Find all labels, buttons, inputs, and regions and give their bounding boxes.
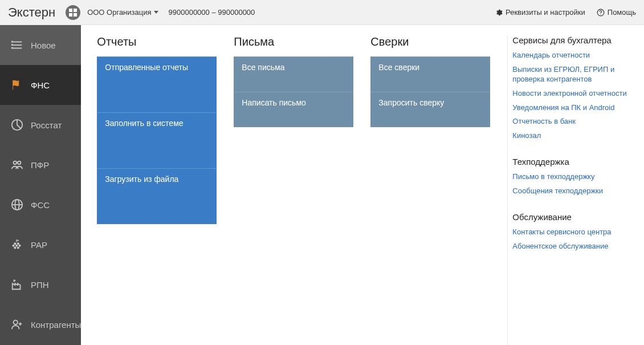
svg-rect-10 xyxy=(11,44,13,46)
svg-rect-2 xyxy=(69,13,72,17)
topbar: Экстерн ООО Организация 9900000000 – 990… xyxy=(0,0,644,25)
right-link[interactable]: Новости электронной отчетности xyxy=(512,89,634,99)
right-section-0: Сервисы для бухгалтераКалендарь отчетнос… xyxy=(512,35,634,141)
org-selector[interactable]: ООО Организация xyxy=(87,8,158,17)
sidebar-item-label: РАР xyxy=(31,240,47,250)
sidebar-item-3[interactable]: ПФР xyxy=(0,145,81,185)
factory-icon xyxy=(10,278,24,291)
sidebar-item-1[interactable]: ФНС xyxy=(0,65,81,105)
svg-point-24 xyxy=(14,320,18,324)
grid-icon xyxy=(69,9,77,17)
people-icon xyxy=(10,158,24,172)
svg-point-21 xyxy=(19,245,21,247)
tile-label: Загрузить из файла xyxy=(105,174,178,184)
help-icon xyxy=(597,9,605,17)
tile-label: Запросить сверку xyxy=(378,98,444,107)
tile-label: Все письма xyxy=(242,63,284,72)
settings-link[interactable]: Реквизиты и настройки xyxy=(495,8,585,17)
tile-label: Все сверки xyxy=(378,63,419,72)
right-link[interactable]: Кинозал xyxy=(512,131,634,141)
svg-rect-0 xyxy=(69,9,72,12)
svg-rect-9 xyxy=(11,41,13,43)
svg-point-12 xyxy=(14,161,17,165)
user-icon xyxy=(10,318,24,331)
sidebar-item-label: ПФР xyxy=(31,160,49,170)
sidebar-item-label: РПН xyxy=(31,280,49,290)
layout: НовоеФНСРосстатПФРФССРАРРПНКонтрагенты О… xyxy=(0,25,644,345)
right-section-2: ОбслуживаниеКонтакты сервисного центраАб… xyxy=(512,212,634,251)
caret-down-icon xyxy=(154,11,158,14)
svg-point-18 xyxy=(17,242,19,245)
svg-point-22 xyxy=(14,246,16,249)
right-link[interactable]: Абонентское обслуживание xyxy=(512,242,634,251)
flag-icon xyxy=(10,78,24,92)
tile[interactable]: Все письма xyxy=(234,56,353,92)
org-id: 9900000000 – 990000000 xyxy=(169,8,255,17)
tile-label: Отправленные отчеты xyxy=(105,63,188,72)
column-title: Письма xyxy=(234,35,353,48)
tile[interactable]: Загрузить из файла xyxy=(97,168,217,224)
sidebar-item-label: Новое xyxy=(31,40,56,50)
right-section-heading: Техподдержка xyxy=(512,157,634,167)
sidebar-item-label: ФСС xyxy=(31,200,50,210)
right-section-1: ТехподдержкаПисьмо в техподдержкуСообщен… xyxy=(512,157,634,196)
sidebar-item-label: Контрагенты xyxy=(31,320,81,330)
grape-icon xyxy=(10,238,24,251)
sidebar-item-7[interactable]: Контрагенты xyxy=(0,305,81,344)
tile-column-2: СверкиВсе сверкиЗапросить сверку xyxy=(370,35,490,345)
settings-label: Реквизиты и настройки xyxy=(506,8,585,17)
sidebar-item-label: ФНС xyxy=(31,80,50,90)
tiles-area: ОтчетыОтправленные отчетыЗаполнить в сис… xyxy=(97,35,490,345)
sidebar-item-4[interactable]: ФСС xyxy=(0,185,81,225)
right-link[interactable]: Отчетность в банк xyxy=(512,117,634,127)
help-link[interactable]: Помощь xyxy=(597,8,636,17)
topbar-right: Реквизиты и настройки Помощь xyxy=(495,8,636,17)
piechart-icon xyxy=(10,118,24,132)
svg-point-17 xyxy=(14,242,16,245)
sidebar-item-label: Росстат xyxy=(31,120,62,130)
tile-label: Написать письмо xyxy=(242,98,305,107)
tile[interactable]: Запросить сверку xyxy=(370,92,490,127)
org-label: ООО Организация xyxy=(87,8,151,17)
tile-column-1: ПисьмаВсе письмаНаписать письмо xyxy=(234,35,353,345)
sidebar-item-0[interactable]: Новое xyxy=(0,25,81,65)
list-icon xyxy=(10,38,24,52)
main: ОтчетыОтправленные отчетыЗаполнить в сис… xyxy=(81,25,644,345)
svg-point-5 xyxy=(600,14,601,14)
right-link[interactable]: Контакты сервисного центра xyxy=(512,228,634,237)
sidebar-item-6[interactable]: РПН xyxy=(0,265,81,305)
column-title: Сверки xyxy=(370,35,490,48)
help-label: Помощь xyxy=(608,8,636,17)
right-panel: Сервисы для бухгалтераКалендарь отчетнос… xyxy=(507,35,638,345)
sidebar: НовоеФНСРосстатПФРФССРАРРПНКонтрагенты xyxy=(0,25,81,345)
app-title: Экстерн xyxy=(8,5,55,20)
tile[interactable]: Отправленные отчеты xyxy=(97,56,217,112)
svg-rect-1 xyxy=(74,9,77,12)
svg-point-20 xyxy=(13,245,15,247)
tile[interactable]: Заполнить в системе xyxy=(97,112,217,168)
right-link[interactable]: Уведомления на ПК и Android xyxy=(512,103,634,113)
tile[interactable]: Написать письмо xyxy=(234,92,353,127)
svg-point-13 xyxy=(18,161,21,165)
svg-point-23 xyxy=(17,246,19,249)
sidebar-item-2[interactable]: Росстат xyxy=(0,105,81,145)
globe-icon xyxy=(10,198,24,212)
sidebar-item-5[interactable]: РАР xyxy=(0,225,81,265)
tile-label: Заполнить в системе xyxy=(105,119,183,128)
svg-rect-3 xyxy=(74,13,77,17)
right-link[interactable]: Письмо в техподдержку xyxy=(512,172,634,182)
right-link[interactable]: Сообщения техподдержки xyxy=(512,186,634,196)
right-link[interactable]: Выписки из ЕГРЮЛ, ЕГРИП и проверка контр… xyxy=(512,65,634,84)
tile-column-0: ОтчетыОтправленные отчетыЗаполнить в сис… xyxy=(97,35,217,345)
right-section-heading: Сервисы для бухгалтера xyxy=(512,35,634,45)
apps-grid-button[interactable] xyxy=(66,5,80,20)
column-title: Отчеты xyxy=(97,35,217,48)
svg-rect-11 xyxy=(11,47,13,49)
gear-icon xyxy=(495,9,503,17)
right-link[interactable]: Календарь отчетности xyxy=(512,51,634,60)
tile[interactable]: Все сверки xyxy=(370,56,490,92)
right-section-heading: Обслуживание xyxy=(512,212,634,222)
svg-point-19 xyxy=(15,245,18,247)
